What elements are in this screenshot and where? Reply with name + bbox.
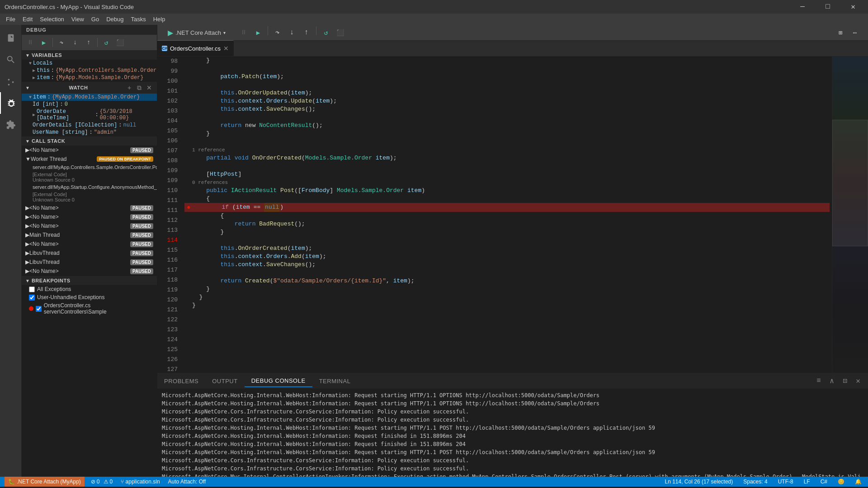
thread-noname-5: ▶ <No Name> PAUSED [22, 221, 157, 230]
status-line-ending[interactable]: LF [802, 479, 812, 485]
close-button[interactable]: ✕ [843, 0, 863, 14]
thread-libuv-2-header[interactable]: ▶ LibuvThread PAUSED [22, 258, 157, 267]
top-continue-btn[interactable]: ▶ [252, 26, 264, 39]
stack-frame-ext2[interactable]: [External Code] Unknown Source 0 [22, 191, 157, 203]
tab-problems[interactable]: PROBLEMS [157, 375, 205, 387]
minimap-viewport[interactable] [832, 120, 868, 246]
status-line-col[interactable]: Ln 114, Col 26 (17 selected) [663, 479, 735, 485]
watch-add-button[interactable]: + [125, 84, 133, 92]
thread-main-header[interactable]: ▶ Main Thread PAUSED [22, 230, 157, 239]
bp-orders-controller-checkbox[interactable] [36, 306, 42, 312]
menu-debug[interactable]: Debug [103, 15, 127, 23]
callstack-label: CALL STACK [32, 138, 65, 144]
stack-frame-startup[interactable]: server.dll!MyApp.Startup.Configure.Anony… [22, 183, 157, 191]
status-spaces[interactable]: Spaces: 4 [741, 479, 769, 485]
thread-worker-header[interactable]: ▼ Worker Thread PAUSED ON BREAKPOINT [22, 155, 157, 164]
var-item-item[interactable]: ▶ item : {MyApp.Models.Sample.Order} [22, 74, 157, 81]
debug-pause-button[interactable]: ⏸ [24, 36, 37, 49]
search-icon[interactable] [0, 49, 22, 70]
debug-config-selector[interactable]: ▶ .NET Core Attach ▾ [164, 28, 229, 38]
tab-output[interactable]: OUTPUT [205, 375, 244, 387]
panel-filter-btn[interactable]: ≡ [813, 375, 824, 386]
menu-tasks[interactable]: Tasks [127, 15, 149, 23]
status-debug-label[interactable]: 🐛 .NET Core Attach (MyApp) [5, 477, 85, 487]
menu-go[interactable]: Go [88, 15, 103, 23]
debug-stop-button[interactable]: ⬛ [113, 36, 126, 49]
watch-item-item[interactable]: ▼ item : {MyApp.Models.Sample.Order} [22, 94, 157, 101]
bp-all-exceptions-checkbox[interactable] [29, 286, 35, 292]
thread-noname-5-header[interactable]: ▶ <No Name> PAUSED [22, 221, 157, 230]
watch-id-item[interactable]: Id [int] : 0 [22, 101, 157, 108]
status-bell[interactable]: 🔔 [853, 479, 863, 485]
watch-remove-button[interactable]: ✕ [145, 84, 153, 92]
menu-help[interactable]: Help [150, 15, 169, 23]
more-actions-btn[interactable]: ⋯ [849, 26, 861, 39]
tab-terminal[interactable]: TERMINAL [312, 375, 358, 387]
thread-noname-7-header[interactable]: ▶ <No Name> PAUSED [22, 239, 157, 249]
watch-item-caret: ▼ [29, 95, 32, 100]
stack-frame-ext1[interactable]: [External Code] Unknown Source 0 [22, 171, 157, 183]
debug-icon[interactable] [0, 92, 22, 114]
thread-noname-1-header[interactable]: ▶ <No Name> PAUSED [22, 145, 157, 155]
explorer-icon[interactable] [0, 27, 22, 49]
menu-view[interactable]: View [68, 15, 88, 23]
status-language[interactable]: C# [819, 479, 829, 485]
code-line-127 [184, 310, 830, 318]
thread-noname-10-header[interactable]: ▶ <No Name> PAUSED [22, 267, 157, 276]
watch-copy-button[interactable]: ⧉ [135, 84, 143, 92]
debug-play-button[interactable]: ▶ [38, 36, 50, 49]
watch-caret: ▼ [25, 85, 30, 90]
top-restart-btn[interactable]: ↺ [320, 26, 332, 39]
maximize-button[interactable]: □ [817, 0, 838, 14]
debug-step-over-button[interactable]: ↷ [55, 36, 68, 49]
top-stepover-btn[interactable]: ↷ [271, 26, 284, 39]
code-content[interactable]: } patch . Patch ( item [182, 56, 832, 373]
thread-noname-4-label: <No Name> [29, 214, 128, 220]
var-item-value: {MyApp.Models.Sample.Order} [56, 75, 143, 81]
debug-restart-button[interactable]: ↺ [100, 36, 113, 49]
thread-libuv-1-header[interactable]: ▶ LibuvThread PAUSED [22, 249, 157, 258]
watch-header[interactable]: ▼ WATCH + ⧉ ✕ [22, 82, 157, 94]
panel-maximize-btn[interactable]: ⊡ [840, 375, 850, 386]
source-control-icon[interactable] [0, 70, 22, 92]
stack-frame-post[interactable]: server.dll!MyApp.Controllers.Sample.Orde… [22, 164, 157, 171]
status-errors[interactable]: ⊘ 0 ⚠ 0 [89, 479, 114, 485]
watch-username-item[interactable]: UserName [string] : "admin" [22, 129, 157, 136]
bp-user-unhandled-checkbox[interactable] [29, 295, 35, 300]
status-bar: 🐛 .NET Core Attach (MyApp) ⊘ 0 ⚠ 0 ⑂ app… [0, 477, 868, 487]
var-this-item[interactable]: ▶ this : {MyApp.Controllers.Sample.Order… [22, 67, 157, 74]
watch-orderdate-item[interactable]: ▶ OrderDate [DateTime] : {5/30/2018 00:0… [22, 108, 157, 122]
breakpoints-header[interactable]: ▼ BREAKPOINTS [22, 276, 157, 285]
top-stepout-btn[interactable]: ↑ [300, 26, 313, 39]
debug-step-out-button[interactable]: ↑ [82, 36, 95, 49]
tab-debug-console[interactable]: DEBUG CONSOLE [245, 375, 312, 387]
menu-file[interactable]: File [2, 15, 19, 23]
top-stop-btn[interactable]: ⬛ [334, 26, 347, 39]
extensions-icon[interactable] [0, 114, 22, 136]
status-feedback[interactable]: 😊 [836, 479, 846, 485]
minimize-button[interactable]: — [792, 0, 813, 14]
thread-noname-3-header[interactable]: ▶ <No Name> PAUSED [22, 203, 157, 212]
menu-edit[interactable]: Edit [19, 15, 36, 23]
locals-header[interactable]: ▼ Locals [22, 60, 157, 67]
line-ending-text: LF [804, 479, 810, 485]
status-encoding[interactable]: UTF-8 [776, 479, 795, 485]
panel-content[interactable]: Microsoft.AspNetCore.Hosting.Internal.We… [157, 389, 868, 477]
panel-close-btn[interactable]: ✕ [853, 375, 863, 386]
watch-username-key: UserName [string] [33, 129, 88, 136]
top-pause-btn[interactable]: ⏸ [237, 26, 250, 39]
status-branch[interactable]: ⑂ application.sln [119, 479, 161, 485]
debug-step-into-button[interactable]: ↓ [69, 36, 81, 49]
callstack-header[interactable]: ▼ CALL STACK [22, 136, 157, 145]
top-stepinto-btn[interactable]: ↓ [286, 26, 298, 39]
menu-selection[interactable]: Selection [36, 15, 67, 23]
watch-orderdetails-item[interactable]: OrderDetails [ICollection] : null [22, 122, 157, 129]
tab-close-button[interactable]: ✕ [223, 45, 229, 52]
split-editor-btn[interactable]: ⊞ [834, 26, 847, 39]
thread-noname-4-header[interactable]: ▶ <No Name> PAUSED [22, 212, 157, 221]
tab-orders-controller[interactable]: C# OrdersController.cs ✕ [157, 40, 234, 56]
variables-header[interactable]: ▼ VARIABLES [22, 51, 157, 60]
debug-separator2 [97, 38, 98, 47]
panel-up-btn[interactable]: ∧ [826, 375, 837, 386]
status-auto-attach[interactable]: Auto Attach: Off [166, 479, 208, 485]
